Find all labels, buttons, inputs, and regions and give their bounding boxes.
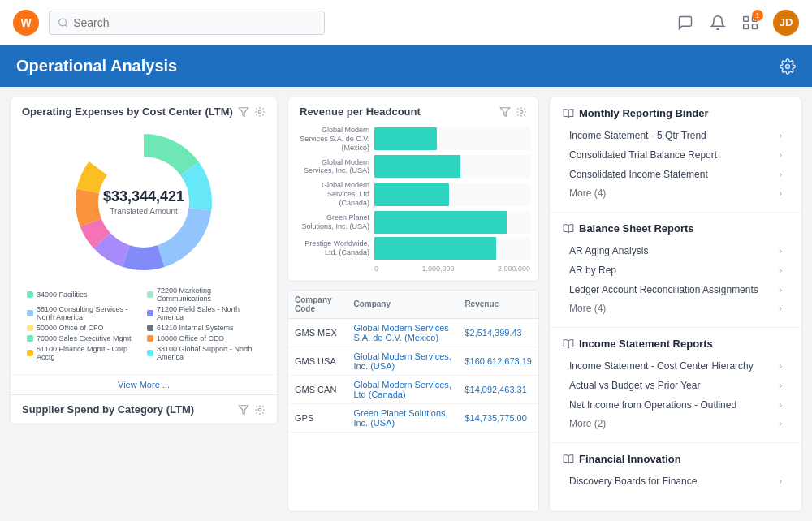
supplier-filter-icon[interactable] <box>238 404 249 416</box>
legend-dot <box>147 325 153 331</box>
report-item[interactable]: Discovery Boards for Finance › <box>563 471 788 491</box>
report-item-label: Discovery Boards for Finance <box>569 476 697 487</box>
more-link[interactable]: More (4)› <box>563 184 788 202</box>
legend-dot <box>147 350 153 356</box>
more-link[interactable]: More (4)› <box>563 299 788 317</box>
donut-sublabel: Translated Amount <box>103 207 184 216</box>
legend-label: 70000 Sales Executive Mgmt <box>37 334 132 342</box>
bar-x-axis: 01,000,0002,000,000 <box>374 263 530 273</box>
table-row: GMS MEX Global Modern Services S.A. de C… <box>288 318 538 347</box>
notifications-icon[interactable] <box>708 13 728 32</box>
more-link[interactable]: More (2)› <box>563 415 788 433</box>
right-panel-section: Balance Sheet Reports AR Aging Analysis … <box>550 213 801 328</box>
user-avatar[interactable]: JD <box>773 10 799 36</box>
legend-label: 33100 Global Support - North America <box>157 345 261 361</box>
bar-fill <box>374 155 460 178</box>
supplier-card-icons[interactable] <box>238 404 266 416</box>
company-name-cell[interactable]: Global Modern Services, Ltd (Canada) <box>347 375 458 403</box>
svg-marker-6 <box>239 107 248 116</box>
filter-icon[interactable] <box>238 106 249 118</box>
donut-card-title: Operating Expenses by Cost Center (LTM) <box>22 105 233 118</box>
main-content: Operating Expenses by Cost Center (LTM) <box>0 87 812 521</box>
report-item-label: Consolidated Trial Balance Report <box>569 149 717 161</box>
legend-dot <box>27 325 33 331</box>
card-icon-group[interactable] <box>238 106 266 118</box>
revenue-cell: $2,514,399.43 <box>458 318 538 347</box>
report-item[interactable]: Actual vs Budget vs Prior Year › <box>563 376 788 395</box>
company-name-cell[interactable]: Prestige Worldwide, Ltd. (Canada) <box>347 432 458 437</box>
chat-icon[interactable] <box>676 13 695 32</box>
legend-label: 51100 Finance Mgmt - Corp Acctg <box>37 345 140 361</box>
supplier-settings-icon[interactable] <box>254 404 266 416</box>
report-item[interactable]: AR by Rep › <box>563 260 788 280</box>
table-column-header: Company Code <box>288 291 347 319</box>
settings-small-icon[interactable] <box>254 106 266 118</box>
more-label: More (4) <box>569 303 606 314</box>
more-chevron-icon: › <box>779 187 782 199</box>
bar-label: Global Modern Services S.A. de C.V. (Mex… <box>296 126 369 152</box>
report-item-label: Net Income from Operations - Outlined <box>569 399 736 411</box>
revenue-cell: $14,735,775.00 <box>458 403 538 432</box>
chevron-right-icon: › <box>779 149 782 161</box>
more-label: More (4) <box>569 187 606 199</box>
legend-item: 34000 Facilities <box>27 286 140 303</box>
workspaces-icon[interactable]: 1 <box>741 13 760 32</box>
donut-container: $33,344,421 Translated Amount <box>19 123 269 282</box>
report-item[interactable]: Consolidated Trial Balance Report › <box>563 145 788 165</box>
bar-track <box>374 127 530 150</box>
bar-filter-icon[interactable] <box>499 106 511 118</box>
section-title-text: Income Statement Reports <box>579 338 713 350</box>
table-row: PRTG Prestige Worldwide, Ltd. (Canada) $… <box>288 432 538 437</box>
report-item[interactable]: Income Statement - Cost Center Hierarchy… <box>563 356 788 376</box>
page-settings-icon[interactable] <box>780 58 796 75</box>
bar-row: Global Modern Services, Inc. (USA) <box>296 155 530 178</box>
right-panel: Monthly Reporting Binder Income Statemen… <box>549 97 802 512</box>
svg-point-20 <box>520 110 523 114</box>
chevron-right-icon: › <box>779 476 782 487</box>
search-icon <box>58 17 68 28</box>
view-more-link[interactable]: View More ... <box>11 374 277 394</box>
x-axis-label: 1,000,000 <box>421 265 454 273</box>
table-head: Company CodeCompanyRevenue <box>288 291 538 319</box>
book-icon <box>563 108 574 119</box>
legend-dot <box>27 291 33 298</box>
legend-item: 61210 Internal Systems <box>147 324 261 332</box>
report-item[interactable]: Net Income from Operations - Outlined › <box>563 395 788 415</box>
legend-item: 70000 Sales Executive Mgmt <box>27 334 140 342</box>
bar-fill <box>374 237 496 260</box>
report-item[interactable]: Consolidated Income Statement › <box>563 165 788 184</box>
report-item[interactable]: Ledger Account Reconciliation Assignment… <box>563 280 788 299</box>
bar-settings-icon[interactable] <box>516 106 527 118</box>
revenue-bar-chart-card: Revenue per Headcount Global Modern Serv… <box>287 97 539 282</box>
more-chevron-icon: › <box>779 303 782 314</box>
bar-track <box>374 237 530 260</box>
svg-rect-4 <box>753 24 758 28</box>
company-name-cell[interactable]: Global Modern Services S.A. de C.V. (Mex… <box>347 318 458 347</box>
report-item-label: Income Statement - 5 Qtr Trend <box>569 130 706 141</box>
legend-dot <box>147 335 153 342</box>
report-item-label: Consolidated Income Statement <box>569 169 708 180</box>
legend-dot <box>27 310 33 316</box>
company-name-cell[interactable]: Green Planet Solutions, Inc. (USA) <box>347 403 458 432</box>
report-item-label: Ledger Account Reconciliation Assignment… <box>569 284 758 295</box>
bar-fill <box>374 211 507 234</box>
bar-row: Prestige Worldwide, Ltd. (Canada) <box>296 237 530 260</box>
bar-row: Green Planet Solutions, Inc. (USA) <box>296 211 530 234</box>
search-input[interactable] <box>73 16 316 29</box>
search-bar[interactable] <box>49 11 325 35</box>
company-name-cell[interactable]: Global Modern Services, Inc. (USA) <box>347 347 458 375</box>
bar-label: Global Modern Services, Inc. (USA) <box>296 158 369 176</box>
legend-item: 10000 Office of CEO <box>147 334 261 342</box>
report-item[interactable]: Income Statement - 5 Qtr Trend › <box>563 126 788 145</box>
section-title-text: Financial Innovation <box>579 453 681 465</box>
report-item[interactable]: AR Aging Analysis › <box>563 241 788 260</box>
svg-marker-19 <box>500 107 510 116</box>
bar-card-icons[interactable] <box>499 106 527 118</box>
legend-label: 36100 Consulting Services - North Americ… <box>37 305 140 321</box>
svg-point-7 <box>258 110 261 114</box>
donut-wrapper: $33,344,421 Translated Amount <box>71 129 217 275</box>
section-title-text: Balance Sheet Reports <box>579 222 694 235</box>
svg-point-18 <box>258 408 261 411</box>
right-panel-section: Income Statement Reports Income Statemen… <box>550 328 801 443</box>
legend-dot <box>147 291 153 298</box>
